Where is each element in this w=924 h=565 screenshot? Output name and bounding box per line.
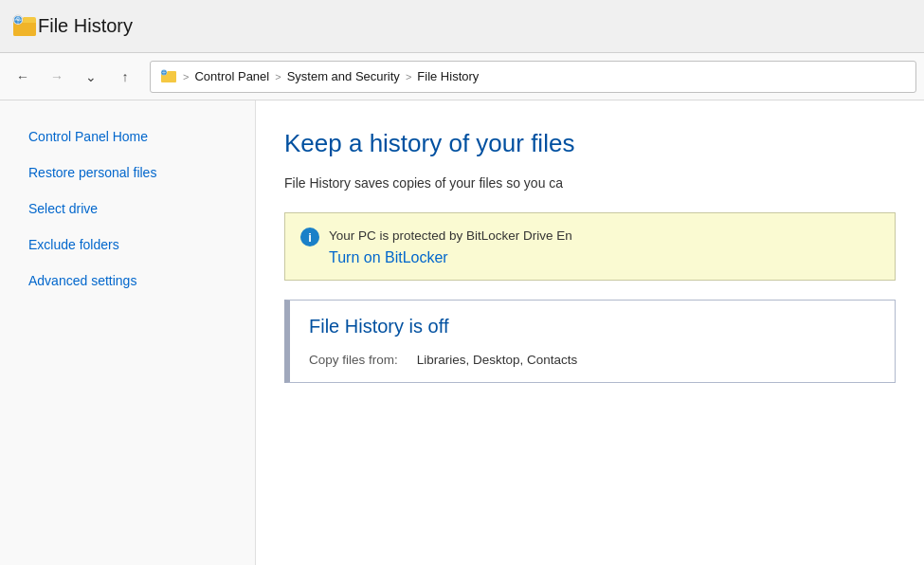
app-icon xyxy=(11,13,38,40)
back-button[interactable]: ← xyxy=(8,62,38,92)
file-history-status-box: File History is off Copy files from: Lib… xyxy=(284,300,896,383)
breadcrumb-sep-1: > xyxy=(183,71,189,82)
forward-button[interactable]: → xyxy=(42,62,72,92)
turn-on-bitlocker-link[interactable]: Turn on BitLocker xyxy=(329,249,572,266)
sidebar-item-restore-personal-files[interactable]: Restore personal files xyxy=(28,165,236,180)
address-bar[interactable]: > Control Panel > System and Security > … xyxy=(150,61,916,93)
dropdown-button[interactable]: ⌄ xyxy=(76,62,106,92)
up-button[interactable]: ↑ xyxy=(110,62,140,92)
content-heading: Keep a history of your files xyxy=(284,129,896,158)
app-title: File History xyxy=(38,15,133,37)
sidebar-item-control-panel-home[interactable]: Control Panel Home xyxy=(28,129,236,144)
notice-content: Your PC is protected by BitLocker Drive … xyxy=(329,227,572,266)
breadcrumb-system-security[interactable]: System and Security xyxy=(287,69,400,83)
breadcrumb-control-panel[interactable]: Control Panel xyxy=(194,69,269,83)
copy-label: Copy files from: xyxy=(309,353,398,367)
main-layout: Control Panel Home Restore personal file… xyxy=(0,100,924,565)
content-area: Keep a history of your files File Histor… xyxy=(256,100,924,565)
sidebar-item-select-drive[interactable]: Select drive xyxy=(28,201,236,216)
sidebar: Control Panel Home Restore personal file… xyxy=(0,100,256,565)
title-bar: File History xyxy=(0,0,924,53)
breadcrumb-file-history[interactable]: File History xyxy=(417,69,479,83)
copy-value: Libraries, Desktop, Contacts xyxy=(417,353,578,367)
address-bar-icon xyxy=(160,68,177,85)
info-icon: i xyxy=(300,228,319,246)
status-heading: File History is off xyxy=(309,316,876,337)
breadcrumb-sep-3: > xyxy=(406,71,411,82)
breadcrumb-sep-2: > xyxy=(275,71,281,82)
content-description: File History saves copies of your files … xyxy=(284,173,896,193)
bitlocker-notice: i Your PC is protected by BitLocker Driv… xyxy=(284,212,896,281)
sidebar-item-exclude-folders[interactable]: Exclude folders xyxy=(28,237,236,252)
sidebar-item-advanced-settings[interactable]: Advanced settings xyxy=(28,273,236,288)
copy-row: Copy files from: Libraries, Desktop, Con… xyxy=(309,353,876,382)
notice-text: Your PC is protected by BitLocker Drive … xyxy=(329,228,572,243)
nav-bar: ← → ⌄ ↑ > Control Panel > System and Sec… xyxy=(0,53,924,100)
